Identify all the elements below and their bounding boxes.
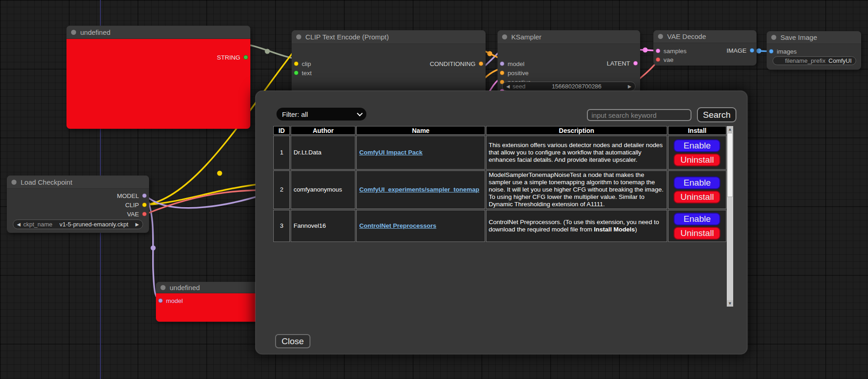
extensions-table: IDAuthorNameDescriptionInstall 1Dr.Lt.Da… xyxy=(272,125,727,243)
collapse-dot-icon[interactable] xyxy=(771,35,776,40)
node-clip-text-encode[interactable]: CLIP Text Encode (Prompt) clip text COND… xyxy=(292,30,486,99)
extensions-table-header: IDAuthorNameDescriptionInstall xyxy=(273,126,726,135)
cell-name: ComfyUI_experiments/sampler_tonemap xyxy=(356,170,485,209)
input-slot-samples[interactable]: samples xyxy=(656,47,686,55)
input-dot-samples[interactable] xyxy=(656,49,660,53)
scroll-down-icon[interactable]: ▼ xyxy=(727,300,733,307)
output-dot-clip[interactable] xyxy=(142,203,147,207)
input-slot-clip[interactable]: clip xyxy=(294,60,311,67)
input-dot-positive[interactable] xyxy=(500,71,504,75)
output-slot-string[interactable]: STRING xyxy=(217,54,248,61)
filename-prefix-widget[interactable]: filename_prefix ComfyUI xyxy=(773,56,856,65)
scroll-up-icon[interactable]: ▲ xyxy=(727,126,733,132)
output-slot-latent[interactable]: LATENT xyxy=(607,60,638,67)
uninstall-button[interactable]: Uninstall xyxy=(674,154,720,166)
node-title-bar[interactable]: Save Image xyxy=(767,31,861,44)
search-button[interactable]: Search xyxy=(697,107,736,122)
node-undefined-string[interactable]: undefined STRING xyxy=(66,26,250,129)
node-title-bar[interactable]: KSampler xyxy=(498,30,640,44)
node-title: Load Checkpoint xyxy=(21,178,72,186)
node-title-bar[interactable]: VAE Decode xyxy=(653,30,757,43)
collapse-dot-icon[interactable] xyxy=(502,34,507,39)
extension-name-link[interactable]: ControlNet Preprocessors xyxy=(359,222,436,229)
column-header-name: Name xyxy=(356,126,485,135)
input-slot-vae[interactable]: vae xyxy=(656,56,674,63)
column-header-author: Author xyxy=(291,126,355,135)
scrollbar-thumb[interactable] xyxy=(727,133,733,197)
comfyui-canvas: { "canvas": { "nodes": { "string_node": … xyxy=(0,0,868,379)
node-title: Save Image xyxy=(780,33,817,41)
seed-widget[interactable]: ◀ seed 156680208700286 ▶ xyxy=(502,82,636,91)
enable-button[interactable]: Enable xyxy=(674,213,720,225)
filter-dropdown[interactable]: Filter: all xyxy=(276,108,366,121)
input-slot-model[interactable]: model xyxy=(500,60,525,67)
cell-install: EnableUninstall xyxy=(668,210,726,242)
uninstall-button[interactable]: Uninstall xyxy=(674,227,720,240)
input-dot-model[interactable] xyxy=(158,298,163,303)
input-slot-model[interactable]: model xyxy=(158,297,183,304)
table-row: 2comfyanonymousComfyUI_experiments/sampl… xyxy=(273,170,726,209)
node-title-bar[interactable]: undefined xyxy=(66,26,250,39)
output-slot-vae[interactable]: VAE xyxy=(127,210,147,218)
output-slot-model[interactable]: MODEL xyxy=(117,192,147,199)
input-label: clip xyxy=(302,60,311,67)
table-scrollbar[interactable]: ▲ ▼ xyxy=(727,126,733,307)
filter-dropdown-value: Filter: all xyxy=(282,110,308,118)
previous-arrow-icon[interactable]: ◀ xyxy=(17,222,21,227)
output-slot-clip[interactable]: CLIP xyxy=(125,201,147,209)
collapse-dot-icon[interactable] xyxy=(11,180,17,185)
output-dot-vae[interactable] xyxy=(142,212,147,216)
input-dot-text[interactable] xyxy=(294,71,299,75)
node-title: CLIP Text Encode (Prompt) xyxy=(305,33,389,41)
widget-value[interactable]: 156680208700286 xyxy=(528,83,625,90)
increment-arrow-icon[interactable]: ▶ xyxy=(628,84,631,89)
node-load-checkpoint[interactable]: Load Checkpoint MODEL CLIP VAE ◀ ckpt_na… xyxy=(7,176,149,233)
node-title-bar[interactable]: CLIP Text Encode (Prompt) xyxy=(292,30,486,44)
output-slot-image[interactable]: IMAGE xyxy=(726,47,754,54)
output-dot-latent[interactable] xyxy=(633,61,638,66)
output-dot-string[interactable] xyxy=(243,55,248,60)
collapse-dot-icon[interactable] xyxy=(296,34,301,39)
search-input[interactable] xyxy=(587,109,691,121)
output-slot-conditioning[interactable]: CONDITIONING xyxy=(430,60,483,67)
input-dot-vae[interactable] xyxy=(656,57,660,62)
widget-value[interactable]: v1-5-pruned-emaonly.ckpt xyxy=(55,221,133,228)
cell-name: ComfyUI Impact Pack xyxy=(356,136,485,170)
input-dot-clip[interactable] xyxy=(294,61,299,66)
collapse-dot-icon[interactable] xyxy=(71,30,76,35)
decrement-arrow-icon[interactable]: ◀ xyxy=(506,84,510,89)
ckpt-name-widget[interactable]: ◀ ckpt_name v1-5-pruned-emaonly.ckpt ▶ xyxy=(13,220,143,229)
node-title: undefined xyxy=(170,284,200,291)
node-vae-decode[interactable]: VAE Decode samples vae IMAGE xyxy=(653,30,757,66)
next-arrow-icon[interactable]: ▶ xyxy=(135,222,139,227)
input-slot-text[interactable]: text xyxy=(294,69,312,77)
input-dot-images[interactable] xyxy=(769,49,774,54)
extension-name-link[interactable]: ComfyUI_experiments/sampler_tonemap xyxy=(359,186,479,193)
node-title: KSampler xyxy=(511,33,542,41)
output-label: IMAGE xyxy=(726,47,746,54)
extension-manager-dialog: Filter: all Search IDAuthorNameDescripti… xyxy=(255,91,747,354)
output-dot-conditioning[interactable] xyxy=(479,61,483,66)
chevron-down-icon xyxy=(357,110,363,116)
widget-value[interactable]: ComfyUI xyxy=(828,57,852,64)
collapse-dot-icon[interactable] xyxy=(658,34,663,39)
output-dot-image[interactable] xyxy=(750,48,754,53)
input-label: vae xyxy=(663,56,674,63)
node-ksampler[interactable]: KSampler model positive negative latent_… xyxy=(498,30,640,96)
enable-button[interactable]: Enable xyxy=(674,139,720,152)
widget-name: filename_prefix xyxy=(785,57,825,64)
input-dot-model[interactable] xyxy=(500,61,504,66)
node-save-image[interactable]: Save Image images filename_prefix ComfyU… xyxy=(767,31,861,70)
output-label: CLIP xyxy=(125,202,139,209)
extension-name-link[interactable]: ComfyUI Impact Pack xyxy=(359,149,422,156)
enable-button[interactable]: Enable xyxy=(674,176,720,189)
input-slot-positive[interactable]: positive xyxy=(500,69,529,77)
close-button[interactable]: Close xyxy=(275,334,310,348)
node-body: model positive negative latent_image LAT… xyxy=(498,44,640,96)
uninstall-button[interactable]: Uninstall xyxy=(674,191,720,203)
collapse-dot-icon[interactable] xyxy=(160,285,166,290)
node-title-bar[interactable]: Load Checkpoint xyxy=(7,176,149,189)
cell-id: 3 xyxy=(273,210,290,242)
output-dot-model[interactable] xyxy=(142,193,147,198)
input-slot-images[interactable]: images xyxy=(769,48,797,55)
